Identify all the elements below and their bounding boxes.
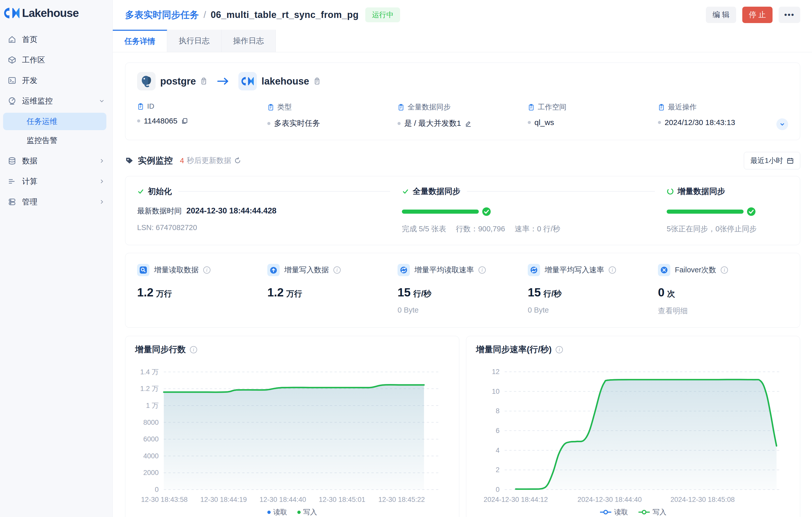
copy-id-icon[interactable] (181, 117, 188, 124)
sidebar-item-ops-monitor[interactable]: 运维监控 (0, 91, 113, 111)
sidebar-item-label: 运维监控 (22, 96, 53, 106)
legend-dot (267, 511, 271, 514)
topbar: 多表实时同步任务 / 06_multi_table_rt_sync_from_p… (113, 0, 812, 30)
metric-value: 0 (658, 286, 665, 299)
info-icon[interactable] (721, 267, 728, 274)
field-value: 11448065 (144, 117, 177, 125)
clipboard-icon (658, 104, 665, 111)
gauge-icon (8, 97, 17, 105)
info-icon[interactable] (556, 346, 563, 353)
svg-text:12-30 18:44:40: 12-30 18:44:40 (260, 496, 306, 504)
refresh-icon[interactable] (234, 157, 241, 164)
svg-text:2024-12-30 18:45:08: 2024-12-30 18:45:08 (670, 496, 735, 504)
legend-item[interactable]: 写入 (297, 508, 317, 517)
info-icon[interactable] (190, 346, 197, 353)
chevron-right-icon (98, 178, 105, 185)
copy-target-icon[interactable] (313, 78, 321, 85)
lakehouse-target-icon (238, 72, 257, 90)
edit-button[interactable]: 编 辑 (706, 7, 736, 23)
lakehouse-logo-icon (4, 7, 20, 19)
sync-stages-card: 初始化 最新数据时间 2024-12-30 18:44:44.428 LSN: … (125, 176, 800, 245)
svg-text:2000: 2000 (143, 469, 159, 477)
bullet-dot (137, 119, 140, 122)
info-icon[interactable] (203, 267, 210, 274)
field-label: 最近操作 (668, 102, 697, 112)
legend-dot (297, 511, 301, 514)
sync-arrows-icon (398, 264, 410, 276)
metric-unit: 万行 (286, 289, 302, 298)
legend-item[interactable]: 写入 (638, 508, 666, 517)
postgresql-icon (137, 72, 155, 90)
clipboard-icon (398, 104, 404, 111)
sidebar-item-label: 工作区 (22, 55, 45, 65)
tab-task-detail[interactable]: 任务详情 (113, 30, 167, 52)
clipboard-icon (137, 103, 144, 110)
field-label: ID (147, 102, 154, 111)
full-sync-progress-bar (402, 210, 479, 214)
field-value: 多表实时任务 (274, 118, 320, 129)
view-detail-link[interactable]: 查看明细 (658, 306, 788, 316)
server-icon (8, 197, 17, 206)
clipboard-icon (267, 104, 274, 111)
calendar-icon (787, 157, 794, 164)
breadcrumb-parent-link[interactable]: 多表实时同步任务 (125, 9, 199, 21)
latest-data-time-value: 2024-12-30 18:44:44.428 (186, 206, 277, 215)
tab-operation-log[interactable]: 操作日志 (222, 30, 276, 52)
sidebar-item-manage[interactable]: 管理 (0, 192, 113, 212)
sidebar-item-develop[interactable]: 开发 (0, 70, 113, 91)
metric-sub (267, 306, 398, 314)
content: postgre lakehouse (113, 52, 812, 517)
metric-label: 增量读取数据 (154, 265, 199, 275)
database-icon (8, 156, 17, 165)
more-button[interactable]: ••• (779, 7, 800, 23)
sidebar-item-compute[interactable]: 计算 (0, 171, 113, 192)
chevron-down-icon (98, 97, 105, 104)
info-icon[interactable] (478, 267, 486, 274)
legend-label: 写入 (303, 508, 317, 517)
section-title: 实例监控 (138, 155, 173, 166)
sidebar-item-label: 数据 (22, 156, 37, 166)
latest-data-time-label: 最新数据时间 (137, 206, 182, 216)
metric-value: 15 (398, 286, 411, 299)
full-sync-rows: 行数：900,796 (456, 224, 505, 234)
incremental-rows-chart[interactable]: 1.4 万1.2 万1 万8000600040002000012-30 18:4… (135, 355, 449, 506)
sidebar-item-monitor-alert[interactable]: 监控告警 (3, 132, 106, 149)
topbar-actions: 编 辑 停 止 ••• (706, 7, 800, 23)
incremental-rate-chart[interactable]: 1210864202024-12-30 18:44:122024-12-30 1… (476, 355, 790, 506)
svg-text:12-30 18:45:22: 12-30 18:45:22 (378, 496, 425, 504)
sync-arrows-icon (528, 264, 540, 276)
copy-source-icon[interactable] (200, 78, 208, 85)
metric-label: 增量平均读取速率 (414, 265, 474, 275)
sidebar-item-home[interactable]: 首页 (0, 29, 113, 50)
stop-button[interactable]: 停 止 (742, 7, 773, 23)
sidebar-item-workspace[interactable]: 工作区 (0, 50, 113, 70)
sidebar-item-data[interactable]: 数据 (0, 151, 113, 171)
metric-label: 增量写入数据 (284, 265, 329, 275)
svg-text:8: 8 (496, 407, 499, 415)
task-info-card: postgre lakehouse (125, 62, 800, 140)
breadcrumb-separator: / (204, 9, 206, 20)
info-icon[interactable] (334, 267, 341, 274)
field-full-sync: 全量数据同步 是 / 最大并发数1 (398, 102, 528, 129)
metric-incremental-write: 增量写入数据 1.2万行 (267, 264, 398, 316)
expand-chevron-button[interactable] (776, 118, 788, 130)
lsn-value: LSN: 6747082720 (137, 223, 402, 232)
svg-text:4000: 4000 (143, 452, 159, 460)
legend-label: 读取 (614, 508, 628, 517)
edit-pencil-icon[interactable] (465, 120, 472, 127)
tab-exec-log[interactable]: 执行日志 (167, 30, 222, 52)
status-badge: 运行中 (365, 7, 400, 22)
arrow-right-icon (216, 77, 230, 86)
sidebar-item-label: 任务运维 (27, 116, 57, 127)
metric-sub (137, 306, 267, 314)
legend-item[interactable]: 读取 (600, 508, 628, 517)
info-icon[interactable] (609, 267, 616, 274)
sidebar-item-label: 开发 (22, 75, 37, 86)
stage-title: 增量数据同步 (677, 186, 725, 197)
legend-item[interactable]: 读取 (267, 508, 287, 517)
svg-text:1.4 万: 1.4 万 (140, 368, 159, 376)
chevron-right-icon (98, 157, 105, 164)
stage-title: 全量数据同步 (413, 186, 460, 197)
sidebar-item-task-ops[interactable]: 任务运维 (3, 113, 106, 130)
time-range-button[interactable]: 最近1小时 (744, 152, 800, 169)
